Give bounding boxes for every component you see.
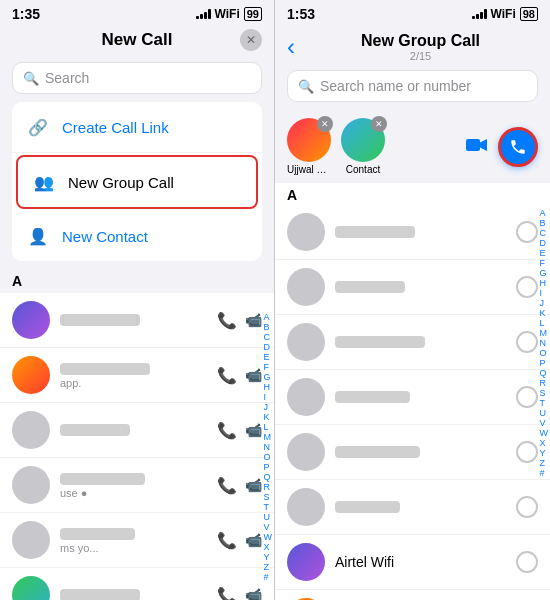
contact-name xyxy=(335,446,420,458)
avatar xyxy=(287,433,325,471)
video-icon[interactable]: 📹 xyxy=(245,367,262,383)
wifi-icon-left: WiFi xyxy=(215,7,240,21)
table-row: 📞 📹 xyxy=(0,568,274,600)
table-row: 📞 📹 xyxy=(0,403,274,458)
select-contact-radio[interactable] xyxy=(516,276,538,298)
contact-name xyxy=(335,226,415,238)
time-right: 1:53 xyxy=(287,6,315,22)
left-contacts-list: 📞 📹 app. 📞 📹 📞 📹 xyxy=(0,293,274,600)
right-header: ‹ New Group Call 2/15 xyxy=(275,26,550,66)
phone-icon[interactable]: 📞 xyxy=(217,476,237,495)
alphabet-index-right[interactable]: ABCDE FGHIJ KLMNO PQRST UVWXY Z# xyxy=(540,205,549,482)
table-row: app. 📞 📹 xyxy=(0,348,274,403)
phone-icon[interactable]: 📞 xyxy=(217,311,237,330)
battery-right: 98 xyxy=(520,7,538,21)
section-header-right: A xyxy=(275,183,550,205)
right-panel: 1:53 WiFi 98 ‹ New Group Call 2/15 🔍 Sea… xyxy=(275,0,550,600)
table-row xyxy=(275,425,550,480)
close-button[interactable]: ✕ xyxy=(240,29,262,51)
select-contact-radio[interactable] xyxy=(516,221,538,243)
video-icon[interactable]: 📹 xyxy=(245,422,262,438)
status-bar-right: 1:53 WiFi 98 xyxy=(275,0,550,26)
avatar xyxy=(12,411,50,449)
contact-name xyxy=(335,501,400,513)
select-contact-radio[interactable] xyxy=(516,551,538,573)
video-icon[interactable]: 📹 xyxy=(245,587,262,600)
contact-name-area xyxy=(335,389,506,405)
close-icon: ✕ xyxy=(246,33,256,47)
video-icon[interactable]: 📹 xyxy=(245,477,262,493)
contact-name xyxy=(335,281,405,293)
contact-name-area xyxy=(335,334,506,350)
create-call-link-item[interactable]: 🔗 Create Call Link xyxy=(12,102,262,153)
contact-name xyxy=(335,336,425,348)
contact-name-area: ms yo... xyxy=(60,526,207,554)
select-contact-radio[interactable] xyxy=(516,386,538,408)
video-icon[interactable]: 📹 xyxy=(245,532,262,548)
new-contact-item[interactable]: 👤 New Contact xyxy=(12,211,262,261)
contact-name xyxy=(60,589,140,600)
contact-name-area: use ● xyxy=(60,471,207,499)
contact-name xyxy=(60,473,145,485)
time-left: 1:35 xyxy=(12,6,40,22)
contact-name xyxy=(335,391,410,403)
selected-contacts-bar: ✕ Ujjwal B... ✕ Contact xyxy=(275,110,550,183)
alphabet-index-left[interactable]: ABCDE FGHIJ KLMNO PQRST UVWXY Z# xyxy=(264,312,273,581)
table-row: use ● 📞 📹 xyxy=(0,458,274,513)
avatar xyxy=(287,378,325,416)
back-button[interactable]: ‹ xyxy=(287,33,295,61)
table-row xyxy=(275,205,550,260)
left-search-bar[interactable]: 🔍 Search xyxy=(12,62,262,94)
table-row xyxy=(275,260,550,315)
avatar xyxy=(12,576,50,600)
status-icons-left: WiFi 99 xyxy=(196,7,262,21)
select-contact-radio[interactable] xyxy=(516,331,538,353)
battery-left: 99 xyxy=(244,7,262,21)
avatar xyxy=(287,323,325,361)
remove-contact-1-button[interactable]: ✕ xyxy=(317,116,333,132)
selected-contact-item: ✕ Contact xyxy=(341,118,385,175)
new-group-call-item[interactable]: 👥 New Group Call xyxy=(16,155,258,209)
avatar xyxy=(12,301,50,339)
selected-name-2: Contact xyxy=(341,164,385,175)
phone-icon[interactable]: 📞 xyxy=(217,531,237,550)
status-icons-right: WiFi 98 xyxy=(472,7,538,21)
table-row xyxy=(275,315,550,370)
link-icon: 🔗 xyxy=(24,113,52,141)
table-row: 📞 📹 xyxy=(0,293,274,348)
new-contact-label: New Contact xyxy=(62,228,148,245)
phone-icon[interactable]: 📞 xyxy=(217,421,237,440)
table-row xyxy=(275,480,550,535)
selected-contact-item: ✕ Ujjwal B... xyxy=(287,118,331,175)
video-call-button[interactable] xyxy=(466,135,488,158)
group-icon: 👥 xyxy=(30,168,58,196)
contact-name-area xyxy=(335,224,506,240)
contact-name xyxy=(60,314,140,326)
search-icon-left: 🔍 xyxy=(23,71,39,86)
right-title-area: New Group Call 2/15 xyxy=(303,32,538,62)
remove-contact-2-button[interactable]: ✕ xyxy=(371,116,387,132)
right-search-bar[interactable]: 🔍 Search name or number xyxy=(287,70,538,102)
select-contact-radio[interactable] xyxy=(516,496,538,518)
contact-name-area xyxy=(60,422,207,438)
avatar xyxy=(287,268,325,306)
avatar xyxy=(287,488,325,526)
contact-name xyxy=(60,424,130,436)
contact-name-area xyxy=(335,444,506,460)
phone-icon[interactable]: 📞 xyxy=(217,586,237,601)
menu-section: 🔗 Create Call Link 👥 New Group Call 👤 Ne… xyxy=(12,102,262,261)
left-header: New Call ✕ xyxy=(0,26,274,58)
wifi-icon-right: WiFi xyxy=(491,7,516,21)
avatar xyxy=(12,466,50,504)
call-icons: 📞 📹 xyxy=(217,586,262,601)
contact-name-area: app. xyxy=(60,361,207,389)
start-call-button[interactable] xyxy=(498,127,538,167)
call-icons: 📞 📹 xyxy=(217,531,262,550)
call-icons: 📞 📹 xyxy=(217,421,262,440)
new-group-call-label: New Group Call xyxy=(68,174,174,191)
select-contact-radio[interactable] xyxy=(516,441,538,463)
video-icon[interactable]: 📹 xyxy=(245,312,262,328)
left-search-placeholder: Search xyxy=(45,70,89,86)
contact-sub: ms yo... xyxy=(60,542,207,554)
phone-icon[interactable]: 📞 xyxy=(217,366,237,385)
